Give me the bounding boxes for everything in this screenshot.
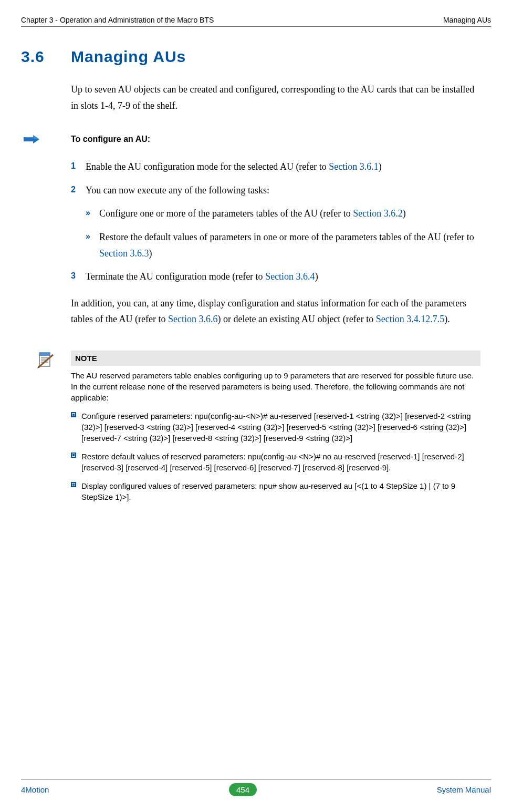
bullet-square-icon [71, 451, 81, 473]
svg-marker-0 [24, 135, 39, 143]
text-fragment: Restore the default values of parameters… [99, 232, 474, 242]
substep-2b: » Restore the default values of paramete… [86, 229, 480, 261]
text-fragment: ) [403, 208, 406, 219]
link-section-341275[interactable]: Section 3.4.12.7.5 [376, 314, 445, 324]
step-text: Enable the AU configuration mode for the… [86, 159, 480, 175]
header-left: Chapter 3 - Operation and Administration… [21, 16, 214, 24]
page-number: 454 [229, 783, 257, 796]
substep-text: Restore the default values of parameters… [99, 229, 480, 261]
note-label: NOTE [71, 351, 480, 366]
link-section-363[interactable]: Section 3.6.3 [99, 248, 149, 259]
text-fragment: ) [315, 271, 318, 282]
bullet-square-icon [71, 410, 81, 444]
link-section-362[interactable]: Section 3.6.2 [353, 208, 403, 219]
procedure-title: To configure an AU: [71, 135, 150, 144]
section-heading: 3.6 Managing AUs [21, 48, 491, 66]
substep-text: Configure one or more of the parameters … [99, 205, 480, 222]
header-right: Managing AUs [443, 16, 491, 24]
note-bullet-1: Configure reserved parameters: npu(confi… [71, 410, 480, 444]
note-bullet-text: Display configured values of reserved pa… [81, 480, 480, 502]
text-fragment: ) [379, 161, 382, 172]
text-fragment: Configure one or more of the parameters … [99, 208, 353, 219]
procedure-heading: To configure an AU: [21, 135, 491, 144]
step-text: Terminate the AU configuration mode (ref… [86, 269, 480, 285]
note-icon [21, 351, 71, 510]
page-header: Chapter 3 - Operation and Administration… [21, 16, 491, 27]
step-3: 3 Terminate the AU configuration mode (r… [71, 269, 480, 285]
link-section-361[interactable]: Section 3.6.1 [329, 161, 379, 172]
note-bullet-3: Display configured values of reserved pa… [71, 480, 480, 502]
step-2: 2 You can now execute any of the followi… [71, 182, 480, 199]
note-bullet-text: Restore default values of reserved param… [81, 451, 480, 473]
text-fragment: Terminate the AU configuration mode (ref… [86, 271, 265, 282]
section-title: Managing AUs [71, 48, 186, 66]
note-bullet-text: Configure reserved parameters: npu(confi… [81, 410, 480, 444]
arrow-icon [21, 135, 42, 143]
link-section-364[interactable]: Section 3.6.4 [265, 271, 315, 282]
note-block: NOTE The AU reserved parameters table en… [21, 351, 480, 510]
substep-2a: » Configure one or more of the parameter… [86, 205, 480, 222]
page-footer: 4Motion 454 System Manual [21, 779, 491, 796]
footer-left: 4Motion [21, 785, 49, 794]
note-bullet-2: Restore default values of reserved param… [71, 451, 480, 473]
text-fragment: ) [149, 248, 152, 259]
step-number: 1 [71, 159, 86, 175]
text-fragment: ) or delete an existing AU object (refer… [217, 314, 375, 324]
step-number: 3 [71, 269, 86, 285]
step-text: You can now execute any of the following… [86, 182, 480, 199]
footer-right: System Manual [437, 785, 491, 794]
svg-rect-3 [39, 353, 50, 356]
link-section-366[interactable]: Section 3.6.6 [168, 314, 218, 324]
section-number: 3.6 [21, 48, 71, 66]
bullet-square-icon [71, 480, 81, 502]
step-number: 2 [71, 182, 86, 199]
step-1: 1 Enable the AU configuration mode for t… [71, 159, 480, 175]
note-intro: The AU reserved parameters table enables… [71, 370, 480, 403]
text-fragment: Enable the AU configuration mode for the… [86, 161, 329, 172]
substep-marker: » [86, 229, 99, 261]
substep-marker: » [86, 205, 99, 222]
addition-paragraph: In addition, you can, at any time, displ… [71, 295, 480, 327]
text-fragment: ). [444, 314, 450, 324]
intro-paragraph: Up to seven AU objects can be created an… [71, 81, 480, 114]
